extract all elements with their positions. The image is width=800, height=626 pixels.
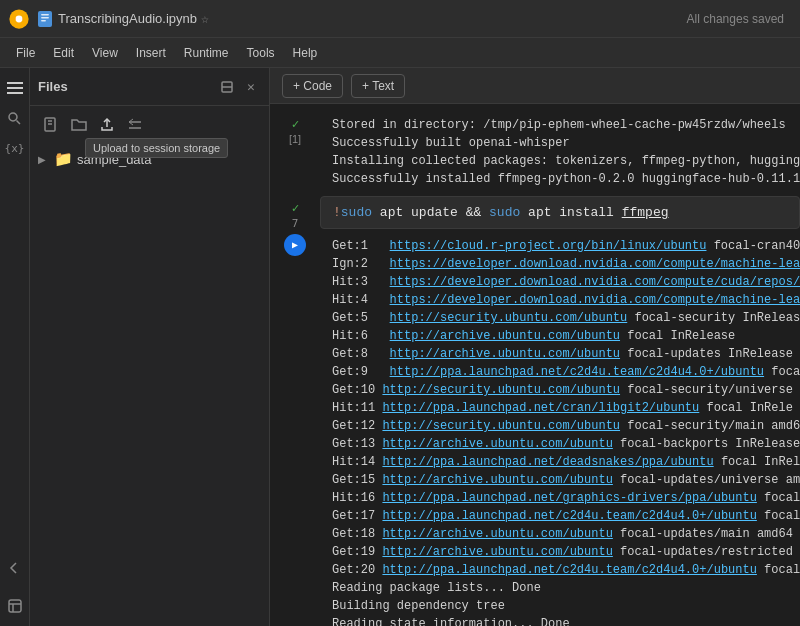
cmd-text: ! bbox=[333, 205, 341, 220]
sidebar-icons: {x} bbox=[0, 68, 30, 626]
output-line: Hit:11 http://ppa.launchpad.net/cran/lib… bbox=[332, 399, 788, 417]
star-icon[interactable]: ☆ bbox=[201, 11, 209, 27]
output-line: Reading state information... Done bbox=[332, 615, 788, 626]
svg-rect-2 bbox=[38, 11, 52, 27]
menu-bar: File Edit View Insert Runtime Tools Help bbox=[0, 38, 800, 68]
cell-2-gutter: ✓ 7 ▶ bbox=[270, 196, 320, 626]
output-line: Get:8 http://archive.ubuntu.com/ubuntu f… bbox=[332, 345, 788, 363]
cell-1-gutter: ✓ [1] bbox=[270, 112, 320, 192]
output-line: Installing collected packages: tokenizer… bbox=[332, 152, 788, 170]
svg-rect-11 bbox=[9, 600, 21, 612]
link-hit11[interactable]: http://ppa.launchpad.net/cran/libgit2/ub… bbox=[382, 401, 699, 415]
output-line: Get:1 https://cloud.r-project.org/bin/li… bbox=[332, 237, 788, 255]
menu-insert[interactable]: Insert bbox=[128, 43, 174, 63]
kw-sudo2: sudo bbox=[489, 205, 520, 220]
main-layout: {x} Files bbox=[0, 68, 800, 626]
sidebar-settings-icon[interactable] bbox=[3, 594, 27, 618]
output-line: Get:9 http://ppa.launchpad.net/c2d4u.tea… bbox=[332, 363, 788, 381]
refresh-btn[interactable] bbox=[122, 112, 148, 138]
folder-icon: 📁 bbox=[54, 150, 73, 168]
cell-2-run-btn[interactable]: ▶ bbox=[284, 234, 306, 256]
menu-tools[interactable]: Tools bbox=[239, 43, 283, 63]
file-panel-minimize[interactable] bbox=[217, 77, 237, 97]
link-get17[interactable]: http://ppa.launchpad.net/c2d4u.team/c2d4… bbox=[382, 509, 756, 523]
output-line: Hit:4 https://developer.download.nvidia.… bbox=[332, 291, 788, 309]
cells-area: ✓ [1] Stored in directory: /tmp/pip-ephe… bbox=[270, 104, 800, 626]
link-get1[interactable]: https://cloud.r-project.org/bin/linux/ub… bbox=[390, 239, 707, 253]
output-line: Get:18 http://archive.ubuntu.com/ubuntu … bbox=[332, 525, 788, 543]
link-ign2[interactable]: https://developer.download.nvidia.com/co… bbox=[390, 257, 800, 271]
output-line: Get:20 http://ppa.launchpad.net/c2d4u.te… bbox=[332, 561, 788, 579]
link-hit16[interactable]: http://ppa.launchpad.net/graphics-driver… bbox=[382, 491, 756, 505]
output-line: Get:12 http://security.ubuntu.com/ubuntu… bbox=[332, 417, 788, 435]
cell-2: ✓ 7 ▶ !sudo apt update && sudo apt insta… bbox=[270, 196, 800, 626]
cell-1-body: Stored in directory: /tmp/pip-ephem-whee… bbox=[320, 112, 800, 192]
menu-edit[interactable]: Edit bbox=[45, 43, 82, 63]
title-bar: TranscribingAudio.ipynb ☆ All changes sa… bbox=[0, 0, 800, 38]
sidebar-menu-icon[interactable] bbox=[3, 76, 27, 100]
notebook-title: TranscribingAudio.ipynb bbox=[58, 11, 197, 26]
link-get18[interactable]: http://archive.ubuntu.com/ubuntu bbox=[382, 527, 612, 541]
svg-rect-8 bbox=[7, 92, 23, 94]
file-toolbar: Upload to session storage bbox=[30, 106, 269, 144]
sidebar-search-icon[interactable] bbox=[3, 106, 27, 130]
colab-logo bbox=[8, 8, 30, 30]
svg-rect-4 bbox=[41, 17, 49, 19]
file-panel-controls: ✕ bbox=[217, 77, 261, 97]
svg-rect-6 bbox=[7, 82, 23, 84]
link-hit4[interactable]: https://developer.download.nvidia.com/co… bbox=[390, 293, 800, 307]
upload-btn[interactable] bbox=[94, 112, 120, 138]
cell-2-output: Get:1 https://cloud.r-project.org/bin/li… bbox=[320, 233, 800, 626]
file-panel-close[interactable]: ✕ bbox=[241, 77, 261, 97]
output-line: Building dependency tree bbox=[332, 597, 788, 615]
output-line: Get:10 http://security.ubuntu.com/ubuntu… bbox=[332, 381, 788, 399]
add-text-btn[interactable]: + Text bbox=[351, 74, 405, 98]
link-get20[interactable]: http://ppa.launchpad.net/c2d4u.team/c2d4… bbox=[382, 563, 756, 577]
add-code-btn[interactable]: + Code bbox=[282, 74, 343, 98]
kw-sudo: sudo bbox=[341, 205, 372, 220]
folder-arrow-icon: ▶ bbox=[38, 154, 50, 165]
output-line: Get:13 http://archive.ubuntu.com/ubuntu … bbox=[332, 435, 788, 453]
cell-1-output: Stored in directory: /tmp/pip-ephem-whee… bbox=[320, 112, 800, 192]
cell-2-number: 7 bbox=[292, 217, 299, 230]
cell-2-body: !sudo apt update && sudo apt install ffm… bbox=[320, 196, 800, 626]
output-line: Get:17 http://ppa.launchpad.net/c2d4u.te… bbox=[332, 507, 788, 525]
link-get15[interactable]: http://archive.ubuntu.com/ubuntu bbox=[382, 473, 612, 487]
menu-runtime[interactable]: Runtime bbox=[176, 43, 237, 63]
svg-point-1 bbox=[16, 15, 23, 22]
cell-2-input[interactable]: !sudo apt update && sudo apt install ffm… bbox=[320, 196, 800, 229]
cmd-ffmpeg: ffmpeg bbox=[622, 205, 669, 220]
sidebar-collapse-icon[interactable] bbox=[3, 556, 27, 580]
output-line: Get:5 http://security.ubuntu.com/ubuntu … bbox=[332, 309, 788, 327]
menu-help[interactable]: Help bbox=[285, 43, 326, 63]
output-line: Reading package lists... Done bbox=[332, 579, 788, 597]
new-folder-btn[interactable] bbox=[66, 112, 92, 138]
new-file-btn[interactable] bbox=[38, 112, 64, 138]
link-hit6[interactable]: http://archive.ubuntu.com/ubuntu bbox=[390, 329, 620, 343]
link-get8[interactable]: http://archive.ubuntu.com/ubuntu bbox=[390, 347, 620, 361]
cell-1-status: ✓ bbox=[291, 118, 300, 131]
notebook-toolbar: + Code + Text bbox=[270, 68, 800, 104]
link-get5[interactable]: http://security.ubuntu.com/ubuntu bbox=[390, 311, 628, 325]
link-get10[interactable]: http://security.ubuntu.com/ubuntu bbox=[382, 383, 620, 397]
link-hit14[interactable]: http://ppa.launchpad.net/deadsnakes/ppa/… bbox=[382, 455, 713, 469]
menu-view[interactable]: View bbox=[84, 43, 126, 63]
menu-file[interactable]: File bbox=[8, 43, 43, 63]
output-line: Hit:6 http://archive.ubuntu.com/ubuntu f… bbox=[332, 327, 788, 345]
svg-rect-5 bbox=[41, 20, 46, 22]
link-get19[interactable]: http://archive.ubuntu.com/ubuntu bbox=[382, 545, 612, 559]
sidebar-variables-icon[interactable]: {x} bbox=[3, 136, 27, 160]
link-get13[interactable]: http://archive.ubuntu.com/ubuntu bbox=[382, 437, 612, 451]
output-line: Successfully installed ffmpeg-python-0.2… bbox=[332, 170, 788, 188]
cell-1: ✓ [1] Stored in directory: /tmp/pip-ephe… bbox=[270, 112, 800, 192]
output-line: Get:15 http://archive.ubuntu.com/ubuntu … bbox=[332, 471, 788, 489]
link-hit3[interactable]: https://developer.download.nvidia.com/co… bbox=[390, 275, 800, 289]
output-line: Stored in directory: /tmp/pip-ephem-whee… bbox=[332, 116, 788, 134]
cell-2-status: ✓ bbox=[291, 202, 300, 215]
svg-rect-7 bbox=[7, 87, 23, 89]
file-tree: ▶ 📁 sample_data bbox=[30, 144, 269, 626]
output-line: Successfully built openai-whisper bbox=[332, 134, 788, 152]
output-line: Hit:14 http://ppa.launchpad.net/deadsnak… bbox=[332, 453, 788, 471]
link-get12[interactable]: http://security.ubuntu.com/ubuntu bbox=[382, 419, 620, 433]
link-get9[interactable]: http://ppa.launchpad.net/c2d4u.team/c2d4… bbox=[390, 365, 764, 379]
